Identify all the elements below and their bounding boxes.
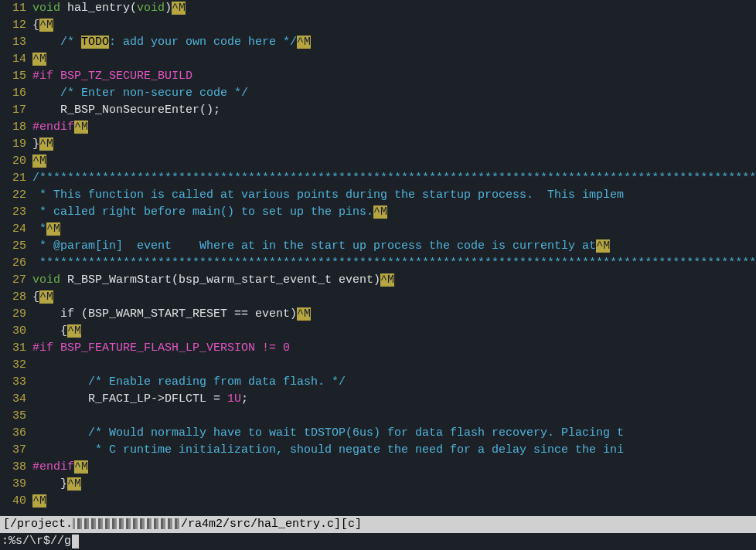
line-number: 36 <box>0 425 32 442</box>
code-line: 12 {^M <box>0 17 756 34</box>
code-line: 36 /* Would normally have to wait tDSTOP… <box>0 425 756 442</box>
line-number: 17 <box>0 102 32 119</box>
line-number: 25 <box>0 238 32 255</box>
code-content: /* Enter non-secure code */ <box>32 85 756 102</box>
command-line[interactable]: :%s/\r$//g <box>0 533 756 550</box>
line-number: 31 <box>0 340 32 357</box>
line-number: 18 <box>0 119 32 136</box>
code-line: 33 /* Enable reading from data flash. */ <box>0 374 756 391</box>
line-number: 30 <box>0 323 32 340</box>
line-number: 26 <box>0 255 32 272</box>
code-content: * @param[in] event Where at in the start… <box>32 238 756 255</box>
code-line: 11 void hal_entry(void)^M <box>0 0 756 17</box>
code-content: void hal_entry(void)^M <box>32 0 756 17</box>
code-content: * called right before main() to set up t… <box>32 204 756 221</box>
line-number: 24 <box>0 221 32 238</box>
line-number: 33 <box>0 374 32 391</box>
line-number: 21 <box>0 170 32 187</box>
code-content: /* TODO: add your own code here */^M <box>32 34 756 51</box>
command-text: :%s/\r$//g <box>2 533 71 550</box>
code-content: /***************************************… <box>32 170 756 187</box>
line-number: 14 <box>0 51 32 68</box>
line-number: 19 <box>0 136 32 153</box>
code-line: 34 R_FACI_LP->DFLCTL = 1U; <box>0 391 756 408</box>
code-content: }^M <box>32 476 756 493</box>
code-content: *^M <box>32 221 756 238</box>
code-line: 27 void R_BSP_WarmStart(bsp_warm_start_e… <box>0 272 756 289</box>
code-line: 35 <box>0 408 756 425</box>
code-line: 28 {^M <box>0 289 756 306</box>
code-content: * This function is called at various poi… <box>32 187 756 204</box>
code-content: /* Enable reading from data flash. */ <box>32 374 756 391</box>
code-line: 15 #if BSP_TZ_SECURE_BUILD <box>0 68 756 85</box>
line-number: 29 <box>0 306 32 323</box>
code-content: #endif^M <box>32 119 756 136</box>
status-path-post: /ra4m2/src/hal_entry.c][c] <box>181 518 362 531</box>
code-line: 16 /* Enter non-secure code */ <box>0 85 756 102</box>
line-number: 12 <box>0 17 32 34</box>
vim-editor: 11 void hal_entry(void)^M 12 {^M 13 /* T… <box>0 0 756 550</box>
line-number: 22 <box>0 187 32 204</box>
line-number: 28 <box>0 289 32 306</box>
code-line: 37 * C runtime initialization, should ne… <box>0 442 756 459</box>
code-line: 22 * This function is called at various … <box>0 187 756 204</box>
line-number: 16 <box>0 85 32 102</box>
line-number: 40 <box>0 493 32 510</box>
line-number: 35 <box>0 408 32 425</box>
code-content: if (BSP_WARM_START_RESET == event)^M <box>32 306 756 323</box>
code-line: 23 * called right before main() to set u… <box>0 204 756 221</box>
redacted-segment <box>73 518 181 529</box>
code-content: R_BSP_NonSecureEnter(); <box>32 102 756 119</box>
code-line: 26 *************************************… <box>0 255 756 272</box>
code-content: {^M <box>32 323 756 340</box>
code-content: ^M <box>32 153 756 170</box>
line-number: 27 <box>0 272 32 289</box>
code-line: 20 ^M <box>0 153 756 170</box>
code-content: ^M <box>32 51 756 68</box>
code-content: ****************************************… <box>32 255 756 272</box>
line-number: 20 <box>0 153 32 170</box>
code-content: {^M <box>32 17 756 34</box>
code-line: 40 ^M <box>0 493 756 510</box>
code-content: ^M <box>32 493 756 510</box>
code-line: 29 if (BSP_WARM_START_RESET == event)^M <box>0 306 756 323</box>
status-bar: [/project./ra4m2/src/hal_entry.c][c] <box>0 516 756 533</box>
line-number: 15 <box>0 68 32 85</box>
code-content: #endif^M <box>32 459 756 476</box>
code-area[interactable]: 11 void hal_entry(void)^M 12 {^M 13 /* T… <box>0 0 756 516</box>
code-line: 13 /* TODO: add your own code here */^M <box>0 34 756 51</box>
line-number: 39 <box>0 476 32 493</box>
code-line: 39 }^M <box>0 476 756 493</box>
code-line: 30 {^M <box>0 323 756 340</box>
line-number: 23 <box>0 204 32 221</box>
code-line: 19 }^M <box>0 136 756 153</box>
line-number: 34 <box>0 391 32 408</box>
code-line: 38 #endif^M <box>0 459 756 476</box>
line-number: 11 <box>0 0 32 17</box>
code-line: 24 *^M <box>0 221 756 238</box>
code-content: * C runtime initialization, should negat… <box>32 442 756 459</box>
code-line: 17 R_BSP_NonSecureEnter(); <box>0 102 756 119</box>
code-content: #if BSP_TZ_SECURE_BUILD <box>32 68 756 85</box>
code-line: 18 #endif^M <box>0 119 756 136</box>
code-content: {^M <box>32 289 756 306</box>
code-content: void R_BSP_WarmStart(bsp_warm_start_even… <box>32 272 756 289</box>
cursor-icon <box>72 535 79 548</box>
code-content: #if BSP_FEATURE_FLASH_LP_VERSION != 0 <box>32 340 756 357</box>
code-line: 25 * @param[in] event Where at in the st… <box>0 238 756 255</box>
code-line: 14 ^M <box>0 51 756 68</box>
code-content: /* Would normally have to wait tDSTOP(6u… <box>32 425 756 442</box>
line-number: 13 <box>0 34 32 51</box>
code-line: 32 <box>0 357 756 374</box>
code-content: }^M <box>32 136 756 153</box>
line-number: 37 <box>0 442 32 459</box>
line-number: 38 <box>0 459 32 476</box>
code-line: 21 /************************************… <box>0 170 756 187</box>
code-line: 31 #if BSP_FEATURE_FLASH_LP_VERSION != 0 <box>0 340 756 357</box>
status-path-pre: [/project. <box>3 518 73 531</box>
code-content <box>32 408 756 425</box>
code-content <box>32 357 756 374</box>
code-content: R_FACI_LP->DFLCTL = 1U; <box>32 391 756 408</box>
line-number: 32 <box>0 357 32 374</box>
